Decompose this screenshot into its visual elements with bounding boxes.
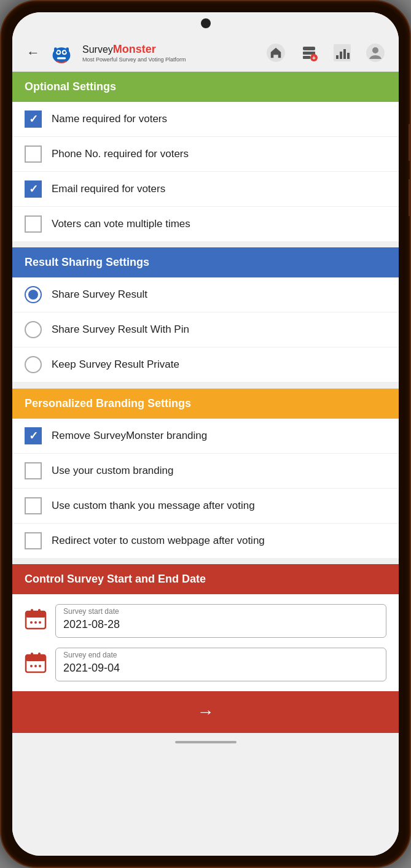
checkmark-icon: ✓ (29, 114, 38, 125)
start-date-field[interactable]: Survey start date 2021-08-28 (55, 604, 386, 638)
custom-thankyou-checkbox[interactable] (25, 497, 42, 514)
chart-button[interactable] (329, 39, 356, 66)
main-content: Optional Settings ✓ Name required for vo… (12, 72, 399, 856)
database-add-icon: + (299, 43, 319, 63)
redirect-voter-checkbox[interactable] (25, 532, 42, 549)
home-icon (266, 43, 286, 63)
date-section: Survey start date 2021-08-28 (12, 594, 399, 691)
svg-rect-6 (54, 47, 57, 52)
logo-icon (49, 41, 74, 65)
start-date-value: 2021-08-28 (63, 618, 378, 631)
svg-point-35 (34, 665, 37, 667)
remove-branding-label: Remove SurveyMonster branding (52, 430, 207, 442)
svg-rect-16 (340, 52, 342, 59)
svg-text:+: + (312, 55, 316, 61)
end-date-row: Survey end date 2021-09-04 (25, 648, 386, 681)
svg-point-26 (30, 621, 33, 624)
custom-branding-checkbox[interactable] (25, 462, 42, 479)
name-required-label: Name required for voters (52, 113, 167, 125)
checkmark-icon: ✓ (29, 184, 38, 195)
next-arrow-icon: → (197, 702, 214, 722)
gap (12, 558, 399, 564)
end-date-field[interactable]: Survey end date 2021-09-04 (55, 648, 386, 681)
start-date-label: Survey start date (63, 607, 378, 616)
multiple-votes-checkbox[interactable] (25, 215, 42, 233)
result-sharing-block: Share Survey Result Share Survey Result … (12, 277, 399, 382)
share-result-label: Share Survey Result (52, 289, 147, 301)
multiple-votes-label: Voters can vote multiple times (52, 218, 190, 230)
home-bar (175, 741, 237, 743)
chart-icon (332, 43, 352, 63)
list-item: Share Survey Result (12, 277, 399, 312)
share-with-pin-label: Share Survey Result With Pin (52, 324, 189, 336)
list-item: Share Survey Result With Pin (12, 312, 399, 347)
share-result-radio[interactable] (25, 286, 42, 303)
checkmark-icon: ✓ (29, 430, 38, 441)
list-item: Use custom thank you message after votin… (12, 489, 399, 524)
start-date-row: Survey start date 2021-08-28 (25, 604, 386, 638)
list-item: ✓ Email required for voters (12, 172, 399, 207)
svg-rect-9 (303, 47, 315, 50)
svg-point-3 (57, 51, 60, 53)
svg-rect-31 (26, 655, 45, 661)
svg-rect-17 (343, 49, 346, 59)
add-database-button[interactable]: + (296, 39, 323, 66)
date-control-header: Control Survey Start and End Date (12, 564, 399, 594)
back-button[interactable]: ← (22, 42, 44, 64)
optional-settings-block: ✓ Name required for voters Phone No. req… (12, 102, 399, 241)
svg-point-36 (39, 665, 41, 667)
optional-settings-header: Optional Settings (12, 72, 399, 102)
list-item: Redirect voter to custom webpage after v… (12, 524, 399, 558)
custom-thankyou-label: Use custom thank you message after votin… (52, 500, 255, 512)
remove-branding-checkbox[interactable]: ✓ (25, 427, 42, 444)
list-item: Voters can vote multiple times (12, 207, 399, 241)
email-required-label: Email required for voters (52, 183, 165, 195)
custom-branding-label: Use your custom branding (52, 465, 173, 477)
list-item: ✓ Remove SurveyMonster branding (12, 419, 399, 454)
keep-private-label: Keep Survey Result Private (52, 358, 179, 371)
gap (12, 382, 399, 389)
phone-required-label: Phone No. required for voters (52, 148, 189, 160)
svg-rect-24 (31, 609, 33, 614)
list-item: Keep Survey Result Private (12, 347, 399, 382)
result-sharing-header: Result Sharing Settings (12, 247, 399, 277)
profile-icon (366, 43, 385, 63)
svg-point-34 (30, 665, 33, 667)
svg-point-27 (34, 621, 37, 624)
svg-rect-15 (336, 55, 339, 59)
branding-block: ✓ Remove SurveyMonster branding Use your… (12, 419, 399, 558)
svg-point-20 (372, 47, 378, 53)
status-bar (12, 12, 399, 34)
svg-rect-5 (57, 57, 66, 59)
profile-button[interactable] (362, 39, 389, 66)
svg-point-28 (39, 621, 41, 624)
top-nav: ← SurveyMonster Most Powerful Survey and… (12, 34, 399, 72)
svg-rect-11 (303, 56, 310, 59)
end-date-value: 2021-09-04 (63, 662, 378, 675)
back-arrow-icon: ← (26, 45, 40, 61)
home-indicator (12, 733, 399, 751)
phone-required-checkbox[interactable] (25, 145, 42, 163)
next-button[interactable]: → (12, 691, 399, 733)
email-required-checkbox[interactable]: ✓ (25, 180, 42, 198)
end-calendar-icon (25, 651, 47, 678)
logo-survey: Survey (82, 44, 113, 55)
end-date-label: Survey end date (63, 651, 378, 659)
svg-rect-23 (26, 611, 45, 618)
nav-icons: + (262, 39, 389, 66)
svg-rect-33 (38, 653, 41, 658)
radio-dot (28, 290, 38, 300)
logo-text: SurveyMonster Most Powerful Survey and V… (82, 43, 186, 63)
svg-rect-18 (347, 53, 350, 59)
keep-private-radio[interactable] (25, 356, 42, 373)
logo-subtitle: Most Powerful Survey and Voting Platform (82, 56, 186, 63)
share-with-pin-radio[interactable] (25, 321, 42, 338)
logo-monster: Monster (113, 43, 156, 56)
home-button[interactable] (262, 39, 289, 66)
list-item: Use your custom branding (12, 454, 399, 489)
branding-header: Personalized Branding Settings (12, 389, 399, 419)
start-calendar-icon (25, 608, 47, 634)
name-required-checkbox[interactable]: ✓ (25, 110, 42, 128)
list-item: Phone No. required for voters (12, 137, 399, 172)
svg-point-4 (63, 51, 66, 53)
